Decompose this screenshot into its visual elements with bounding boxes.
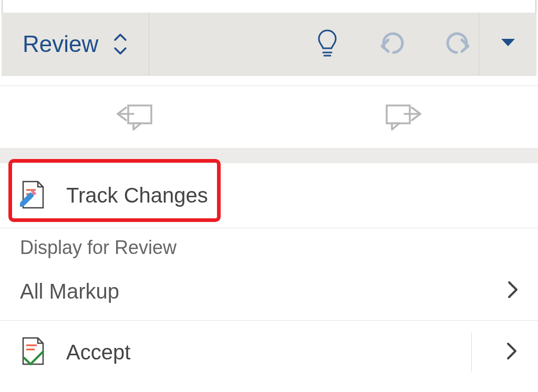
- redo-button[interactable]: [441, 27, 474, 61]
- svg-marker-4: [133, 123, 141, 130]
- next-comment-button[interactable]: [269, 86, 538, 148]
- divider: [471, 332, 472, 372]
- previous-comment-button[interactable]: [0, 86, 269, 148]
- ribbon-toolbar: Review: [2, 13, 536, 76]
- svg-marker-7: [392, 123, 399, 130]
- document-edge: [2, 0, 536, 13]
- track-changes-label: Track Changes: [66, 184, 208, 207]
- toolbar-overflow-button[interactable]: [479, 13, 536, 75]
- toolbar-actions: [149, 13, 479, 75]
- svg-marker-2: [501, 39, 515, 46]
- accept-label: Accept: [66, 341, 130, 364]
- ribbon-tab-review[interactable]: Review: [2, 13, 149, 75]
- accept-button[interactable]: Accept: [0, 321, 538, 384]
- all-markup-label: All Markup: [20, 280, 119, 303]
- comment-navigation: [0, 86, 538, 149]
- chevron-right-icon[interactable]: [506, 342, 517, 362]
- undo-icon: [378, 30, 407, 58]
- all-markup-button[interactable]: All Markup: [0, 263, 538, 321]
- next-comment-icon: [384, 100, 423, 134]
- spacer: [0, 76, 538, 86]
- section-spacer: [0, 149, 538, 163]
- dropdown-triangle-icon: [501, 39, 515, 49]
- track-changes-icon: [20, 179, 48, 212]
- lightbulb-icon: [317, 28, 338, 60]
- chevron-right-icon: [508, 280, 518, 303]
- redo-icon: [443, 30, 472, 58]
- previous-comment-icon: [115, 100, 154, 134]
- undo-button[interactable]: [376, 27, 409, 61]
- accept-icon: [20, 336, 48, 368]
- display-for-review-heading: Display for Review: [0, 228, 538, 263]
- ribbon-tab-label: Review: [23, 31, 98, 57]
- ribbon-switcher-icon: [113, 33, 128, 56]
- track-changes-button[interactable]: Track Changes: [0, 163, 538, 228]
- lightbulb-button[interactable]: [311, 27, 344, 61]
